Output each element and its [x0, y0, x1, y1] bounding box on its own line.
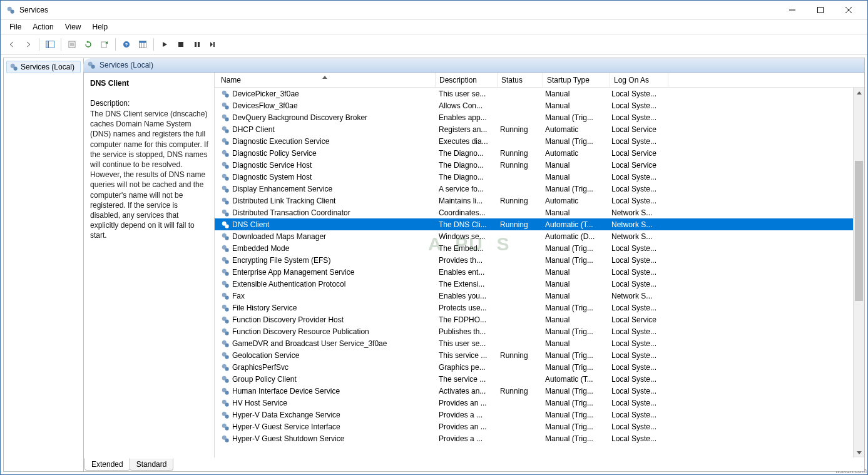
service-description: The Diagno... — [435, 149, 496, 158]
service-row[interactable]: DevicePicker_3f0aeThis user se...ManualL… — [215, 88, 853, 100]
stop-service-button[interactable] — [173, 37, 188, 52]
description-text: The DNS Client service (dnscache) caches… — [90, 109, 209, 240]
service-row[interactable]: Diagnostic Policy ServiceThe Diagno...Ru… — [215, 147, 853, 159]
refresh-button[interactable] — [81, 37, 96, 52]
service-logon: Local Service — [608, 161, 665, 170]
service-startup: Manual (Trig... — [541, 363, 608, 372]
service-name: Diagnostic Policy Service — [232, 149, 317, 158]
pause-service-button[interactable] — [190, 37, 205, 52]
menu-view[interactable]: View — [60, 21, 86, 33]
list-pane: Name Description Status Startup Type Log… — [214, 73, 864, 458]
service-icon — [221, 232, 230, 241]
service-row[interactable]: Hyper-V Guest Shutdown ServiceProvides a… — [215, 432, 853, 444]
service-row[interactable]: Display Enhancement ServiceA service fo.… — [215, 183, 853, 195]
service-icon — [221, 434, 230, 443]
service-name: GraphicsPerfSvc — [232, 363, 288, 372]
scroll-up-button[interactable] — [854, 88, 864, 98]
service-logon: Local Syste... — [608, 101, 665, 110]
svg-point-67 — [225, 319, 229, 323]
service-row[interactable]: DHCP ClientRegisters an...RunningAutomat… — [215, 123, 853, 135]
service-row[interactable]: GraphicsPerfSvcGraphics pe...Manual (Tri… — [215, 361, 853, 373]
column-log-on-as[interactable]: Log On As — [610, 73, 668, 87]
service-logon: Local Syste... — [608, 173, 665, 181]
service-row[interactable]: HV Host ServiceProvides an ...Manual (Tr… — [215, 397, 853, 409]
service-row[interactable]: Human Interface Device ServiceActivates … — [215, 385, 853, 397]
service-description: Provides a ... — [435, 411, 496, 419]
service-name: Downloaded Maps Manager — [232, 232, 326, 241]
tree-item-services-local[interactable]: Services (Local) — [6, 61, 81, 73]
service-row[interactable]: Hyper-V Guest Service InterfaceProvides … — [215, 421, 853, 432]
service-row[interactable]: DevQuery Background Discovery BrokerEnab… — [215, 111, 853, 123]
back-button[interactable] — [4, 37, 19, 52]
restart-service-button[interactable] — [206, 37, 221, 52]
service-row[interactable]: Diagnostic Execution ServiceExecutes dia… — [215, 135, 853, 147]
service-name: Distributed Transaction Coordinator — [232, 208, 350, 217]
service-row[interactable]: Group Policy ClientThe service ...Automa… — [215, 373, 853, 385]
service-row[interactable]: Extensible Authentication ProtocolThe Ex… — [215, 278, 853, 290]
service-description: Graphics pe... — [435, 363, 496, 372]
export-button[interactable] — [97, 37, 112, 52]
service-row[interactable]: FaxEnables you...ManualNetwork S... — [215, 290, 853, 302]
service-icon — [221, 244, 230, 253]
service-name: Enterprise App Management Service — [232, 268, 354, 277]
service-name: Function Discovery Provider Host — [232, 315, 344, 324]
service-row[interactable]: DNS ClientThe DNS Cli...RunningAutomatic… — [215, 218, 853, 230]
svg-point-41 — [225, 165, 229, 168]
service-description: This user se... — [435, 89, 496, 98]
forward-button[interactable] — [21, 37, 36, 52]
start-service-button[interactable] — [157, 37, 172, 52]
column-status[interactable]: Status — [498, 73, 543, 87]
list-header: Name Description Status Startup Type Log… — [215, 73, 864, 88]
column-startup-type[interactable]: Startup Type — [543, 73, 610, 87]
menu-file[interactable]: File — [4, 21, 26, 33]
scroll-down-button[interactable] — [854, 447, 864, 458]
menu-help[interactable]: Help — [88, 21, 113, 33]
service-row[interactable]: DevicesFlow_3f0aeAllows Con...ManualLoca… — [215, 100, 853, 111]
service-row[interactable]: Embedded ModeThe Embed...Manual (Trig...… — [215, 242, 853, 254]
columns-button[interactable] — [135, 37, 150, 52]
tab-standard[interactable]: Standard — [130, 458, 174, 471]
description-label: Description: — [90, 99, 209, 108]
svg-point-45 — [225, 188, 229, 192]
svg-rect-19 — [140, 41, 146, 43]
service-name: Encrypting File System (EFS) — [232, 256, 330, 265]
menu-action[interactable]: Action — [28, 21, 58, 33]
service-row[interactable]: GameDVR and Broadcast User Service_3f0ae… — [215, 337, 853, 349]
maximize-button[interactable] — [806, 1, 834, 19]
properties-button[interactable] — [64, 37, 79, 52]
close-button[interactable] — [834, 1, 862, 19]
service-startup: Manual — [541, 208, 608, 217]
service-startup: Automatic (T... — [541, 220, 608, 229]
service-row[interactable]: Distributed Link Tracking ClientMaintain… — [215, 195, 853, 207]
service-row[interactable]: File History ServiceProtects use...Manua… — [215, 302, 853, 314]
service-row[interactable]: Function Discovery Resource PublicationP… — [215, 325, 853, 337]
service-row[interactable]: Function Discovery Provider HostThe FDPH… — [215, 314, 853, 325]
help-button[interactable]: ? — [119, 37, 134, 52]
svg-point-35 — [225, 129, 229, 133]
toolbar: ? — [1, 34, 867, 55]
show-hide-tree-button[interactable] — [43, 37, 58, 52]
column-name[interactable]: Name — [215, 73, 436, 87]
minimize-button[interactable] — [778, 1, 806, 19]
service-description: The DNS Cli... — [435, 220, 496, 229]
service-row[interactable]: Diagnostic Service HostThe Diagno...Runn… — [215, 159, 853, 171]
service-row[interactable]: Downloaded Maps ManagerWindows se...Auto… — [215, 230, 853, 242]
service-row[interactable]: Distributed Transaction CoordinatorCoord… — [215, 207, 853, 218]
service-row[interactable]: Encrypting File System (EFS)Provides th.… — [215, 254, 853, 266]
svg-point-55 — [225, 248, 229, 252]
service-description: A service fo... — [435, 185, 496, 193]
service-icon — [221, 220, 230, 229]
tab-extended[interactable]: Extended — [84, 458, 130, 471]
service-startup: Automatic — [541, 125, 608, 134]
service-startup: Manual (Trig... — [541, 422, 608, 431]
column-description[interactable]: Description — [436, 73, 498, 87]
service-logon: Local Syste... — [608, 280, 665, 289]
service-description: Windows se... — [435, 232, 496, 241]
service-row[interactable]: Diagnostic System HostThe Diagno...Manua… — [215, 171, 853, 183]
scroll-track[interactable] — [854, 98, 864, 447]
service-row[interactable]: Geolocation ServiceThis service ...Runni… — [215, 349, 853, 361]
scroll-thumb[interactable] — [855, 161, 863, 300]
vertical-scrollbar[interactable] — [853, 88, 864, 458]
service-row[interactable]: Enterprise App Management ServiceEnables… — [215, 266, 853, 278]
service-row[interactable]: Hyper-V Data Exchange ServiceProvides a … — [215, 409, 853, 421]
